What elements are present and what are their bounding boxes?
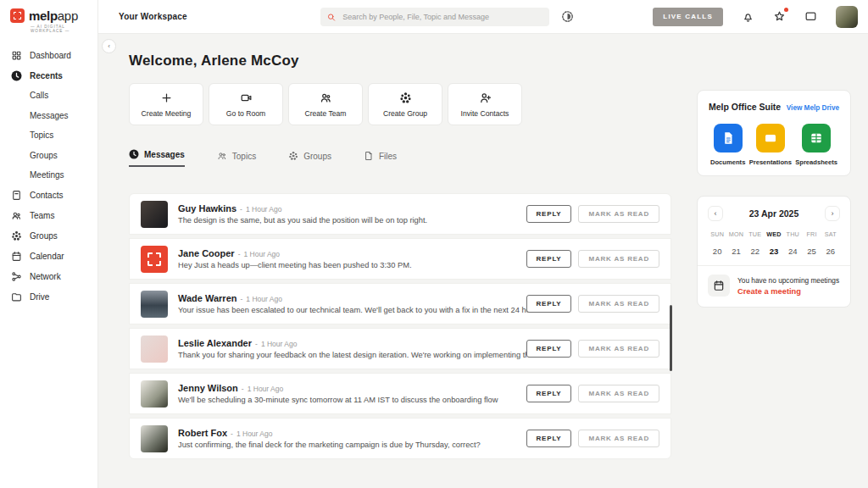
app-label: Documents <box>710 158 745 166</box>
sidebar-item-calendar[interactable]: Calendar <box>0 247 97 267</box>
reply-button[interactable]: REPLY <box>526 295 572 313</box>
mark-as-read-button[interactable]: MARK AS READ <box>578 430 659 447</box>
sidebar-item-meetings[interactable]: Meetings <box>0 165 97 186</box>
calendar-next-button[interactable]: › <box>825 206 840 221</box>
message-preview: Your issue has been escalated to our tec… <box>178 306 516 314</box>
avatar <box>141 291 168 318</box>
create-group-button[interactable]: Create Group <box>368 83 442 125</box>
tab-groups[interactable]: Groups <box>288 151 331 167</box>
sender-name: Wade Warren <box>178 293 236 303</box>
quick-actions: Create Meeting Go to Room Create Team Cr… <box>129 83 522 125</box>
file-icon <box>364 151 374 161</box>
calendar-panel: ‹ 23 Apr 2025 › SUN MON TUE WED THU FRI … <box>697 196 851 308</box>
view-melp-drive-link[interactable]: View Melp Drive <box>787 104 839 112</box>
melp-logo-icon <box>10 8 25 23</box>
calendar-prev-button[interactable]: ‹ <box>708 206 723 221</box>
create-meeting-link[interactable]: Create a meeting <box>737 287 839 296</box>
calendar-date-selected[interactable]: 23 <box>765 247 783 256</box>
reply-button[interactable]: REPLY <box>526 340 572 358</box>
weekday-label: THU <box>783 230 802 238</box>
sidebar-collapse-button[interactable]: ‹ <box>102 39 116 53</box>
page-title: Welcome, Arlene McCoy <box>129 53 299 69</box>
brand-name: melpapp <box>29 8 78 23</box>
sidebar-item-drive[interactable]: Drive <box>0 287 97 308</box>
action-label: Create Team <box>304 109 346 118</box>
group-dots-icon <box>399 92 412 104</box>
action-label: Go to Room <box>226 109 265 118</box>
avatar <box>141 336 168 363</box>
message-row[interactable]: Wade Warren-1 Hour Ago Your issue has be… <box>129 283 671 324</box>
tab-files[interactable]: Files <box>364 151 397 167</box>
create-team-button[interactable]: Create Team <box>288 83 363 125</box>
topbar: Your Workspace LIVE CALLS <box>98 0 868 34</box>
brand-tagline: — AI DIGITAL WORKPLACE — <box>31 25 97 33</box>
documents-app[interactable]: Documents <box>710 124 745 166</box>
mark-as-read-button[interactable]: MARK AS READ <box>578 205 659 223</box>
sidebar-item-label: Recents <box>30 71 63 80</box>
groups-dots-icon <box>288 151 298 161</box>
calendar-date[interactable]: 24 <box>783 247 802 256</box>
sidebar-item-recents[interactable]: Recents <box>0 65 97 86</box>
calendar-date[interactable]: 25 <box>802 247 821 256</box>
message-row[interactable]: Robert Fox-1 Hour Ago Just confirming, t… <box>129 418 671 459</box>
logo-avatar-inner <box>147 252 161 266</box>
reply-button[interactable]: REPLY <box>526 385 572 402</box>
sidebar-item-topics[interactable]: Topics <box>0 125 97 146</box>
reply-button[interactable]: REPLY <box>526 205 572 223</box>
calendar-date[interactable]: 22 <box>746 247 765 256</box>
mark-as-read-button[interactable]: MARK AS READ <box>578 385 659 402</box>
sidebar-item-label: Teams <box>30 211 54 220</box>
calendar-date[interactable]: 20 <box>708 247 726 256</box>
calendar-week: SUN MON TUE WED THU FRI SAT 20 21 22 23 … <box>708 230 840 256</box>
live-calls-button[interactable]: LIVE CALLS <box>653 8 723 26</box>
notifications-bell-icon[interactable] <box>742 10 754 23</box>
sidebar-item-calls[interactable]: Calls <box>0 86 97 106</box>
spreadsheets-app[interactable]: Spreadsheets <box>795 124 837 166</box>
chat-icon[interactable] <box>804 10 817 23</box>
office-suite-panel: Melp Office Suite View Melp Drive Docume… <box>697 90 851 176</box>
sidebar-item-label: Groups <box>30 231 58 241</box>
calendar-date[interactable]: 21 <box>726 247 745 256</box>
invite-contacts-button[interactable]: Invite Contacts <box>448 83 522 125</box>
global-search[interactable] <box>320 8 549 26</box>
sidebar-item-label: Calls <box>30 91 48 100</box>
tab-messages[interactable]: Messages <box>129 149 185 167</box>
create-meeting-button[interactable]: Create Meeting <box>129 83 203 125</box>
reply-button[interactable]: REPLY <box>526 430 572 447</box>
sidebar-item-network[interactable]: Network <box>0 267 97 287</box>
right-column: Melp Office Suite View Melp Drive Docume… <box>697 90 851 308</box>
search-input[interactable] <box>341 12 542 22</box>
go-to-room-button[interactable]: Go to Room <box>209 83 283 125</box>
mark-as-read-button[interactable]: MARK AS READ <box>578 250 659 268</box>
message-time: 1 Hour Ago <box>246 295 282 303</box>
sidebar-item-contacts[interactable]: Contacts <box>0 186 97 206</box>
message-row[interactable]: Guy Hawkins-1 Hour Ago The design is the… <box>129 193 671 235</box>
sidebar-item-groups[interactable]: Groups <box>0 226 97 247</box>
theme-toggle-icon[interactable] <box>560 9 575 24</box>
scrollbar-thumb[interactable] <box>670 305 672 371</box>
avatar <box>141 425 168 452</box>
plus-icon <box>160 92 173 104</box>
app-label: Presentations <box>749 158 792 166</box>
presentations-app[interactable]: Presentations <box>749 124 792 166</box>
favorites-star-icon[interactable] <box>773 10 786 23</box>
spreadsheets-icon <box>802 124 831 152</box>
calendar-date[interactable]: 26 <box>821 247 840 256</box>
brand[interactable]: melpapp — AI DIGITAL WORKPLACE — <box>0 0 97 35</box>
sidebar-item-groups-recent[interactable]: Groups <box>0 146 97 166</box>
tab-topics[interactable]: Topics <box>217 151 256 167</box>
action-label: Create Meeting <box>142 109 192 118</box>
user-avatar[interactable] <box>836 6 858 28</box>
sidebar-item-messages[interactable]: Messages <box>0 106 97 126</box>
message-row[interactable]: Leslie Alexander-1 Hour Ago Thank you fo… <box>129 328 671 369</box>
sidebar-item-dashboard[interactable]: Dashboard <box>0 45 97 65</box>
message-row[interactable]: Jenny Wilson-1 Hour Ago We'll be schedul… <box>129 373 671 414</box>
reply-button[interactable]: REPLY <box>526 250 572 268</box>
mark-as-read-button[interactable]: MARK AS READ <box>578 295 659 313</box>
mark-as-read-button[interactable]: MARK AS READ <box>578 340 659 358</box>
message-row[interactable]: Jane Cooper-1 Hour Ago Hey Just a heads … <box>129 238 671 280</box>
network-icon <box>11 271 22 282</box>
sidebar-item-teams[interactable]: Teams <box>0 206 97 226</box>
weekday-label: SUN <box>708 230 726 238</box>
sidebar-item-label: Groups <box>30 151 58 160</box>
